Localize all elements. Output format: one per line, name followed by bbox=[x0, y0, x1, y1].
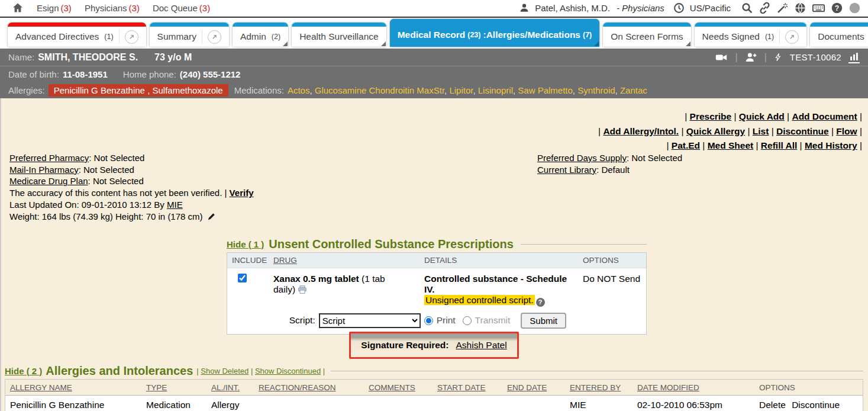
preferred-pharmacy-link[interactable]: Preferred Pharmacy bbox=[9, 153, 89, 163]
link-discontinue[interactable]: Discontinue bbox=[776, 126, 829, 136]
allergies-header-row: ALLERGY NAME TYPE AL./INT. REACTION/REAS… bbox=[5, 380, 863, 396]
user-icon bbox=[519, 2, 530, 13]
col-comments[interactable]: COMMENTS bbox=[364, 380, 433, 396]
col-reaction[interactable]: REACTION/REASON bbox=[254, 380, 364, 396]
current-library-value: : Default bbox=[596, 165, 630, 175]
medication-actions: | Prescribe | Quick Add | Add Document |… bbox=[598, 110, 862, 153]
video-camera-icon[interactable] bbox=[715, 51, 728, 64]
submit-button[interactable]: Submit bbox=[521, 313, 566, 329]
print-icon[interactable] bbox=[298, 285, 307, 294]
preferred-days-supply-link[interactable]: Preferred Days Supply bbox=[537, 153, 627, 163]
popout-icon[interactable] bbox=[785, 30, 799, 44]
tab-label: Medical Record bbox=[398, 30, 466, 40]
allergy-alert-badge[interactable]: Penicillin G Benzathine , Sulfamethoxazo… bbox=[49, 84, 228, 97]
phone-label: Home phone: bbox=[123, 69, 176, 79]
medication-link[interactable]: Lipitor bbox=[449, 85, 473, 95]
home-icon[interactable] bbox=[12, 2, 24, 14]
hide-allergies-link[interactable]: Hide ( 2 ) bbox=[5, 366, 42, 376]
medication-link[interactable]: Zantac bbox=[620, 85, 647, 95]
tab-label: Needs Signed bbox=[702, 31, 760, 42]
link-refill-all[interactable]: Refill All bbox=[761, 140, 797, 150]
script-select[interactable]: Script bbox=[319, 313, 421, 328]
print-radio[interactable] bbox=[424, 316, 433, 325]
link-list[interactable]: List bbox=[753, 126, 769, 136]
link-add-allergy-intol-[interactable]: Add Allergy/Intol. bbox=[603, 126, 679, 136]
link-pat-ed[interactable]: Pat.Ed bbox=[672, 140, 700, 150]
medicare-drug-plan-value: : Not Selected bbox=[88, 176, 144, 186]
col-end-date[interactable]: END DATE bbox=[502, 380, 565, 396]
tab-label-suffix: :Allergies/Medications bbox=[483, 30, 580, 40]
popout-icon[interactable] bbox=[208, 30, 221, 44]
discontinue-link[interactable]: Discontinue bbox=[792, 400, 840, 410]
tab-label: Documents bbox=[818, 31, 864, 42]
keyboard-icon[interactable] bbox=[812, 1, 825, 15]
top-bar: Esign(3) Physicians(3) Doc Queue(3) Pate… bbox=[0, 0, 868, 18]
patient-banner: Name: SMITH, THEODORE S. 73 y/o M | | TE… bbox=[0, 49, 868, 98]
allergy-reaction-cell bbox=[254, 396, 364, 411]
medication-link[interactable]: Lisinopril bbox=[478, 85, 513, 95]
link-med-history[interactable]: Med History bbox=[805, 140, 857, 150]
nav-esign[interactable]: Esign(3) bbox=[37, 3, 72, 13]
link-quick-allergy[interactable]: Quick Allergy bbox=[686, 126, 745, 136]
updated-by-link[interactable]: MIE bbox=[167, 200, 183, 210]
current-library-link[interactable]: Current Library bbox=[537, 165, 596, 175]
medication-link[interactable]: Actos bbox=[288, 85, 310, 95]
col-drug[interactable]: DRUG bbox=[273, 256, 424, 265]
help-small-icon[interactable]: ? bbox=[536, 298, 545, 307]
bar-chart-icon[interactable] bbox=[848, 52, 860, 63]
tab-admin[interactable]: Admin (2) bbox=[233, 23, 288, 47]
wand-icon[interactable] bbox=[776, 2, 789, 14]
delete-link[interactable]: Delete bbox=[759, 400, 786, 410]
col-entered-by[interactable]: ENTERED BY bbox=[565, 380, 633, 396]
unsent-section-title: Unsent Controlled Substance Prescription… bbox=[269, 237, 513, 251]
link-add-document[interactable]: Add Document bbox=[792, 111, 857, 121]
tab-needs-signed[interactable]: Needs Signed (1) bbox=[695, 23, 807, 47]
tab-health-surveillance[interactable]: Health Surveillance bbox=[292, 23, 386, 47]
link-icon[interactable] bbox=[759, 2, 771, 14]
unsent-table: INCLUDE DRUG DETAILS OPTIONS Xanax 0.5 m… bbox=[227, 252, 647, 335]
col-type[interactable]: TYPE bbox=[141, 380, 206, 396]
link-show-deleted[interactable]: Show Deleted bbox=[201, 367, 249, 375]
script-controls: Script: Script Print Transmit Submit bbox=[227, 310, 646, 334]
include-checkbox[interactable] bbox=[238, 274, 247, 282]
col-al-int[interactable]: AL./INT. bbox=[206, 380, 254, 396]
edit-pencil-icon[interactable] bbox=[207, 212, 216, 221]
tab-label: On Screen Forms bbox=[611, 31, 683, 42]
tab-medical-record[interactable]: Medical Record (23):Allergies/Medication… bbox=[390, 19, 600, 47]
allergy-end-cell bbox=[502, 396, 565, 411]
medication-link[interactable]: Saw Palmetto bbox=[518, 85, 573, 95]
link-quick-add[interactable]: Quick Add bbox=[739, 111, 785, 121]
add-person-icon[interactable] bbox=[745, 51, 757, 63]
popout-icon[interactable] bbox=[125, 30, 138, 44]
link-show-discontinued[interactable]: Show Discontinued bbox=[255, 367, 321, 375]
transmit-radio[interactable] bbox=[463, 316, 472, 325]
options-cell: Do NOT Send bbox=[583, 274, 642, 307]
help-icon[interactable]: ? bbox=[831, 2, 843, 14]
link-prescribe[interactable]: Prescribe bbox=[690, 111, 732, 121]
nav-physicians[interactable]: Physicians(3) bbox=[85, 3, 140, 13]
col-allergy-name[interactable]: ALLERGY NAME bbox=[5, 380, 141, 396]
allergies-section: Hide ( 2 ) Allergies and Intolerances | … bbox=[5, 364, 863, 411]
col-start-date[interactable]: START DATE bbox=[433, 380, 502, 396]
link-med-sheet[interactable]: Med Sheet bbox=[708, 140, 754, 150]
mail-in-pharmacy-link[interactable]: Mail-In Pharmacy bbox=[9, 165, 79, 175]
medication-link[interactable]: Synthroid bbox=[577, 85, 615, 95]
tab-label: Summary bbox=[157, 31, 196, 42]
nav-doc-queue[interactable]: Doc Queue(3) bbox=[153, 3, 210, 13]
medication-link[interactable]: Glucosamine Chondroitin MaxStr bbox=[315, 85, 444, 95]
medicare-drug-plan-link[interactable]: Medicare Drug Plan bbox=[9, 176, 88, 186]
col-date-modified[interactable]: DATE MODIFIED bbox=[633, 380, 754, 396]
search-icon[interactable] bbox=[741, 2, 753, 14]
globe-icon[interactable] bbox=[794, 2, 806, 14]
link-flow[interactable]: Flow bbox=[836, 126, 857, 136]
top-right-cluster: Patel, Ashish, M.D. - Physicians US/Paci… bbox=[519, 1, 861, 15]
preferred-days-supply-value: : Not Selected bbox=[627, 153, 682, 163]
tab-on-screen-forms[interactable]: On Screen Forms bbox=[603, 23, 690, 47]
bolt-icon[interactable] bbox=[774, 52, 783, 63]
signer-link[interactable]: Ashish Patel bbox=[456, 340, 506, 351]
tab-summary[interactable]: Summary bbox=[150, 23, 229, 47]
verify-link[interactable]: Verify bbox=[230, 188, 254, 198]
hide-unsent-link[interactable]: Hide ( 1 ) bbox=[227, 239, 264, 249]
tab-documents[interactable]: Documents (8) bbox=[810, 23, 868, 47]
tab-advanced-directives[interactable]: Advanced Directives (1) bbox=[8, 23, 146, 47]
